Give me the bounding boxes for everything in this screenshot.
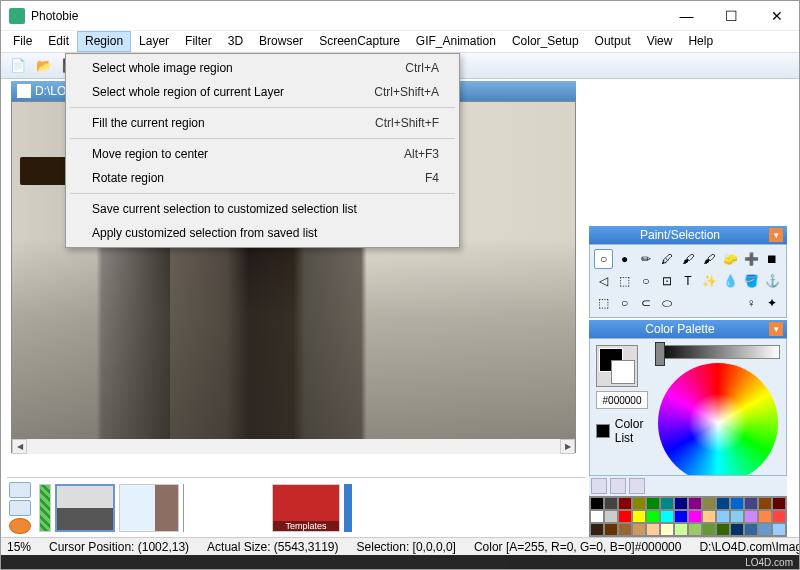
thumbnail-2[interactable] <box>119 484 179 532</box>
color-swatch-6[interactable] <box>674 497 688 510</box>
color-swatch-15[interactable] <box>604 510 618 523</box>
color-swatch-1[interactable] <box>604 497 618 510</box>
color-swatch-11[interactable] <box>744 497 758 510</box>
paint-tool-1-7[interactable]: 🪣 <box>742 271 761 291</box>
paint-tool-1-5[interactable]: ✨ <box>700 271 719 291</box>
paint-tool-2-1[interactable]: ○ <box>615 293 634 313</box>
swatch-tool-3[interactable] <box>629 478 645 494</box>
color-swatch-4[interactable] <box>646 497 660 510</box>
color-swatch-35[interactable] <box>688 523 702 536</box>
menu-item-select-whole-image-region[interactable]: Select whole image regionCtrl+A <box>68 56 457 80</box>
color-swatch-30[interactable] <box>618 523 632 536</box>
color-swatch-18[interactable] <box>646 510 660 523</box>
background-color[interactable] <box>611 360 635 384</box>
paint-tool-2-2[interactable]: ⊂ <box>636 293 655 313</box>
color-swatch-39[interactable] <box>744 523 758 536</box>
menu-item-rotate-region[interactable]: Rotate regionF4 <box>68 166 457 190</box>
thumbnail-marker[interactable] <box>39 484 51 532</box>
paint-tool-1-0[interactable]: ◁ <box>594 271 613 291</box>
menu-3d[interactable]: 3D <box>220 31 251 52</box>
color-swatch-2[interactable] <box>618 497 632 510</box>
panel-collapse-icon[interactable]: ▾ <box>769 228 783 242</box>
menu-gif-animation[interactable]: GIF_Animation <box>408 31 504 52</box>
color-swatch-8[interactable] <box>702 497 716 510</box>
menu-help[interactable]: Help <box>680 31 721 52</box>
thumbnail-1[interactable] <box>55 484 115 532</box>
menu-region[interactable]: Region <box>77 31 131 52</box>
horizontal-scrollbar[interactable]: ◀ ▶ <box>12 439 575 454</box>
paint-tool-0-2[interactable]: ✏ <box>636 249 655 269</box>
thumb-delete-button[interactable] <box>9 518 31 534</box>
color-swatch-28[interactable] <box>590 523 604 536</box>
color-swatch-19[interactable] <box>660 510 674 523</box>
color-swatch-20[interactable] <box>674 510 688 523</box>
paint-tool-0-4[interactable]: 🖌 <box>678 249 697 269</box>
menu-color-setup[interactable]: Color_Setup <box>504 31 587 52</box>
paint-tool-0-6[interactable]: 🧽 <box>721 249 740 269</box>
color-swatch-26[interactable] <box>758 510 772 523</box>
foreground-background-swatch[interactable] <box>596 345 638 387</box>
swatch-tool-1[interactable] <box>591 478 607 494</box>
maximize-button[interactable]: ☐ <box>709 1 754 30</box>
color-swatch-22[interactable] <box>702 510 716 523</box>
color-swatch-29[interactable] <box>604 523 618 536</box>
paint-tool-1-3[interactable]: ⊡ <box>657 271 676 291</box>
thumbnail-list[interactable] <box>35 480 585 536</box>
menu-item-fill-the-current-region[interactable]: Fill the current regionCtrl+Shift+F <box>68 111 457 135</box>
menu-item-move-region-to-center[interactable]: Move region to centerAlt+F3 <box>68 142 457 166</box>
paint-tool-1-6[interactable]: 💧 <box>721 271 740 291</box>
color-swatch-12[interactable] <box>758 497 772 510</box>
thumbnail-templates[interactable] <box>272 484 340 532</box>
color-swatch-3[interactable] <box>632 497 646 510</box>
color-swatch-17[interactable] <box>632 510 646 523</box>
paint-tool-0-5[interactable]: 🖌 <box>700 249 719 269</box>
color-swatch-25[interactable] <box>744 510 758 523</box>
scroll-left-button[interactable]: ◀ <box>12 439 27 454</box>
color-swatch-33[interactable] <box>660 523 674 536</box>
paint-tool-2-5[interactable] <box>700 293 719 313</box>
color-swatch-10[interactable] <box>730 497 744 510</box>
menu-file[interactable]: File <box>5 31 40 52</box>
color-swatch-14[interactable] <box>590 510 604 523</box>
color-swatch-32[interactable] <box>646 523 660 536</box>
swatch-tool-2[interactable] <box>610 478 626 494</box>
paint-tool-0-1[interactable]: ● <box>615 249 634 269</box>
thumb-view-button-2[interactable] <box>9 500 31 516</box>
color-swatch-40[interactable] <box>758 523 772 536</box>
color-swatch-38[interactable] <box>730 523 744 536</box>
paint-tool-0-0[interactable]: ○ <box>594 249 613 269</box>
paint-tool-0-8[interactable]: ⏹ <box>763 249 782 269</box>
menu-edit[interactable]: Edit <box>40 31 77 52</box>
scroll-right-button[interactable]: ▶ <box>560 439 575 454</box>
paint-tool-2-7[interactable]: ♀ <box>742 293 761 313</box>
paint-tool-2-4[interactable] <box>678 293 697 313</box>
paint-tool-0-7[interactable]: ➕ <box>742 249 761 269</box>
color-swatch-16[interactable] <box>618 510 632 523</box>
color-hex-value[interactable]: #000000 <box>596 391 648 409</box>
menu-item-select-whole-region-of-current[interactable]: Select whole region of current LayerCtrl… <box>68 80 457 104</box>
menu-screencapture[interactable]: ScreenCapture <box>311 31 408 52</box>
thumbnail-edge[interactable] <box>344 484 352 532</box>
paint-tool-2-8[interactable]: ✦ <box>763 293 782 313</box>
panel-collapse-icon[interactable]: ▾ <box>769 322 783 336</box>
menu-view[interactable]: View <box>639 31 681 52</box>
brightness-slider[interactable] <box>656 345 780 359</box>
minimize-button[interactable]: — <box>664 1 709 30</box>
scroll-track[interactable] <box>27 439 560 454</box>
close-button[interactable]: ✕ <box>754 1 799 30</box>
paint-tool-1-8[interactable]: ⚓ <box>763 271 782 291</box>
menu-filter[interactable]: Filter <box>177 31 220 52</box>
color-swatch-34[interactable] <box>674 523 688 536</box>
color-swatch-41[interactable] <box>772 523 786 536</box>
paint-tool-1-1[interactable]: ⬚ <box>615 271 634 291</box>
color-swatch-36[interactable] <box>702 523 716 536</box>
menu-output[interactable]: Output <box>587 31 639 52</box>
new-file-button[interactable]: 📄 <box>7 55 29 77</box>
color-swatch-23[interactable] <box>716 510 730 523</box>
color-swatch-13[interactable] <box>772 497 786 510</box>
menu-item-save-current-selection-to-cust[interactable]: Save current selection to customized sel… <box>68 197 457 221</box>
open-file-button[interactable]: 📂 <box>33 55 55 77</box>
paint-tool-2-0[interactable]: ⬚ <box>594 293 613 313</box>
menu-item-apply-customized-selection-fro[interactable]: Apply customized selection from saved li… <box>68 221 457 245</box>
color-swatch-24[interactable] <box>730 510 744 523</box>
